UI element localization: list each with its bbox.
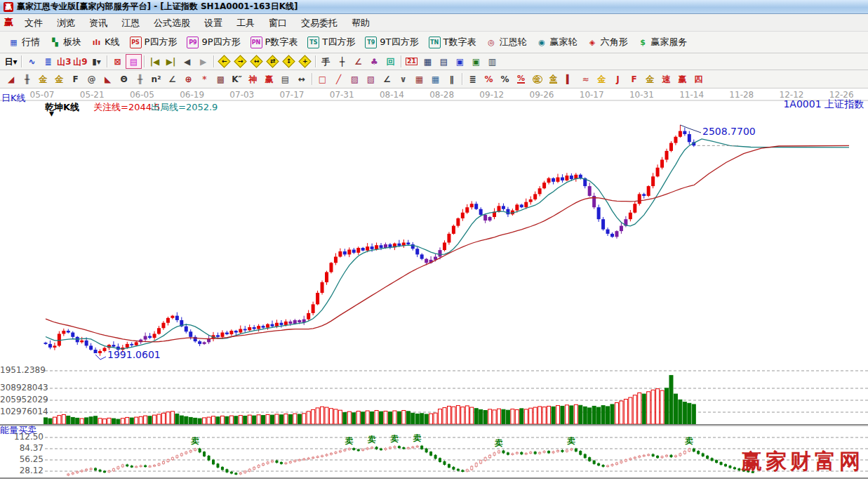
gann-ticks-button[interactable]: ╫ — [19, 72, 35, 86]
menu-item-8[interactable]: 交易委托 — [294, 15, 345, 30]
ying-angle-button[interactable]: 赢 — [674, 72, 690, 86]
intraday-chart-button[interactable]: ∿ — [24, 54, 40, 69]
winner-wheel-button[interactable]: ◉赢家轮 — [531, 34, 582, 51]
expand-h-button[interactable]: ⇄ — [265, 54, 281, 69]
quote-list-button[interactable]: ≣ — [40, 54, 56, 69]
menu-item-0[interactable]: 文件 — [18, 15, 50, 30]
pct-frame-button[interactable]: % — [481, 72, 497, 86]
system-menu-icon[interactable]: 赢 — [4, 16, 13, 29]
knife-tool-icon: ◢ — [8, 75, 14, 84]
gann-compass-button[interactable]: ⊕ — [180, 72, 196, 86]
j-angle-button[interactable]: J — [610, 72, 626, 86]
n-squared-button[interactable]: n² — [148, 72, 164, 86]
percent-button[interactable]: % — [497, 72, 513, 86]
nav-first-button[interactable]: |◀ — [147, 54, 163, 69]
hand-tool-button[interactable]: 手 — [318, 54, 334, 69]
p-square-button[interactable]: PSP四方形 — [125, 34, 182, 51]
grid-blue-button[interactable]: ▦ — [427, 72, 443, 86]
rect-tool-button[interactable]: □ — [314, 72, 330, 86]
shen-tool-button[interactable]: 神 — [245, 72, 261, 86]
spiral-button[interactable]: @ — [84, 72, 100, 86]
knife-tool-button[interactable]: ◢ — [3, 72, 19, 86]
menu-item-5[interactable]: 设置 — [197, 15, 229, 30]
p-digit-table-button[interactable]: PNP数字表 — [246, 34, 303, 51]
chart-area[interactable]: 卖卖卖卖卖卖卖卖 05-0705-2106-0506-1907-0307-170… — [0, 88, 868, 481]
fan-shade-button[interactable]: ▨ — [347, 72, 363, 86]
nine-p-square-button[interactable]: P99P四方形 — [182, 34, 245, 51]
menu-item-1[interactable]: 浏览 — [50, 15, 82, 30]
pan-left-button[interactable]: ← — [216, 54, 232, 69]
quotes-button[interactable]: ▦行情 — [4, 34, 45, 51]
nav-prev-button[interactable]: ◀ — [179, 54, 195, 69]
notes-button[interactable]: ▤ — [436, 54, 452, 69]
expand-v-button[interactable]: ↕ — [281, 54, 297, 69]
grid-red-button[interactable]: ▦ — [411, 72, 427, 86]
calendar-button[interactable]: 21 — [403, 54, 420, 69]
zigzag-button[interactable]: ∨ — [395, 72, 411, 86]
gann-suit-button[interactable]: ♣ — [366, 54, 382, 69]
parallel-lines-button[interactable]: ∥ — [443, 72, 460, 86]
calculator-button[interactable]: ▦ — [420, 54, 436, 69]
menu-item-9[interactable]: 帮助 — [345, 15, 377, 30]
t-digit-table-button[interactable]: TNT数字表 — [424, 34, 481, 51]
fan-lines-button[interactable]: ╱ — [330, 72, 347, 86]
nav-next-button[interactable]: ▶ — [195, 54, 211, 69]
period-day-button[interactable]: 日▾ — [3, 54, 19, 69]
compress-h-button[interactable]: ↔ — [248, 54, 265, 69]
four-angle-button[interactable]: 四 — [690, 72, 707, 86]
nav-last-button[interactable]: ▶| — [163, 54, 179, 69]
gold-yellow-button[interactable]: 金 — [594, 72, 610, 86]
menu-item-4[interactable]: 公式选股 — [147, 15, 197, 30]
price-levels-button[interactable]: ≣ — [465, 72, 481, 86]
pattern-search-button[interactable]: 回 — [382, 54, 399, 69]
ruler-123-button[interactable]: ▤ — [277, 72, 293, 86]
kline-button[interactable]: ılıK线 — [86, 34, 125, 51]
gold-section-button[interactable]: 金 — [35, 72, 51, 86]
speed-angle-button[interactable]: 速 — [658, 72, 674, 86]
gold-angle-button[interactable]: 金 — [642, 72, 658, 86]
crosshair-button[interactable]: ┼ — [334, 54, 350, 69]
f-angle-button[interactable]: F — [626, 72, 642, 86]
spider-web-button[interactable]: ▩ — [213, 72, 229, 86]
ying-tool-button[interactable]: 赢 — [261, 72, 277, 86]
winner-service-button[interactable]: $赢家服务 — [632, 34, 692, 51]
gold-circle-button[interactable]: 金 — [529, 72, 545, 86]
menu-item-7[interactable]: 窗口 — [262, 15, 294, 30]
gold-section2-button[interactable]: 金 — [51, 72, 67, 86]
remote-pc-button[interactable]: ▥ — [484, 54, 500, 69]
menu-item-2[interactable]: 资讯 — [82, 15, 114, 30]
menu-item-3[interactable]: 江恩 — [114, 15, 147, 30]
angle-ruler-button[interactable]: ∠ — [164, 72, 180, 86]
f-lines-button[interactable]: F — [67, 72, 84, 86]
date-tick-label: 07-03 — [229, 90, 254, 100]
span-arrows-button[interactable]: ↔ — [293, 72, 309, 86]
gold-levels-button[interactable]: 金 — [545, 72, 561, 86]
trend-angles-button[interactable]: ∠ — [379, 72, 395, 86]
pen-tool-button[interactable]: ◣ — [100, 72, 116, 86]
brush-tool-button[interactable]: ▍ — [561, 72, 577, 86]
angle-tool-button[interactable]: ∠ — [350, 54, 366, 69]
shade-box-button[interactable]: ▧ — [363, 72, 379, 86]
publish-button[interactable]: ▣ — [468, 54, 484, 69]
ma3-button[interactable]: 山3 — [56, 54, 72, 69]
menu-item-6[interactable]: 工具 — [229, 15, 262, 30]
pan-right-button[interactable]: → — [232, 54, 248, 69]
sectors-button[interactable]: ▚板块 — [45, 34, 86, 51]
hexagon-button[interactable]: ◈六角形 — [582, 34, 632, 51]
pct-lines-button[interactable]: % — [513, 72, 529, 86]
fit-all-button[interactable]: + — [297, 54, 313, 69]
cycle-gauge-button[interactable]: Θ — [116, 72, 132, 86]
candle-style-button[interactable]: ▮▾ — [88, 54, 105, 69]
time-ticks-button[interactable]: ╫ — [132, 72, 148, 86]
k-marks-button[interactable]: K″ — [229, 72, 245, 86]
wave-band-button[interactable]: ≈ — [577, 72, 594, 86]
save-button[interactable]: ▣ — [452, 54, 468, 69]
chart-canvas[interactable]: 卖卖卖卖卖卖卖卖 — [0, 88, 868, 481]
nine-t-square-button[interactable]: T99T四方形 — [360, 34, 423, 51]
star-rays-button[interactable]: * — [196, 72, 213, 86]
ma9-button[interactable]: 山9 — [72, 54, 88, 69]
gann-pattern-button[interactable]: ⊠ — [109, 54, 126, 69]
qiankun-kline-button[interactable]: ▤ — [126, 54, 142, 69]
t-square-button[interactable]: TST四方形 — [302, 34, 360, 51]
gann-wheel-button[interactable]: ◎江恩轮 — [481, 34, 531, 51]
